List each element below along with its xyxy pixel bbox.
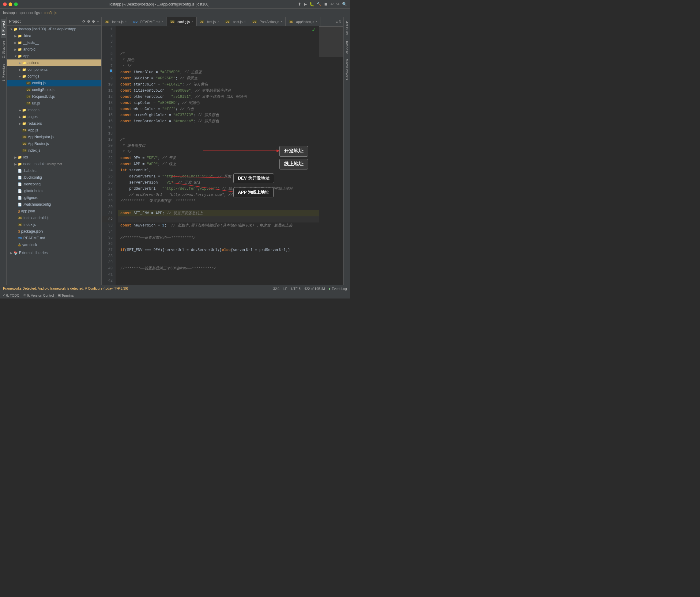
code-line-33: const newVersion = 1; // 新版本,用于控制清除缓存(从本… — [118, 222, 319, 229]
tab-close-icon[interactable]: × — [162, 20, 164, 23]
stop-button[interactable]: ⏹ — [324, 2, 328, 6]
tab-ant-build[interactable]: Ant Build — [344, 19, 350, 37]
tree-yarnlock[interactable]: 🔒 yarn.lock — [7, 241, 101, 248]
tree-flowconfig[interactable]: 📄 .flowconfig — [7, 181, 101, 188]
tab-close-icon[interactable]: × — [191, 20, 193, 23]
tab-project[interactable]: 1: Project — [1, 19, 6, 38]
sync-icon[interactable]: ⟳ — [82, 19, 85, 24]
close-button[interactable] — [3, 2, 7, 6]
bottom-todo[interactable]: ✓ 6: TODO — [2, 293, 20, 297]
tree-ios[interactable]: ▶ 📁 ios — [7, 154, 101, 161]
tab-favorites[interactable]: 2: Favorites — [1, 61, 6, 83]
breadcrumb-app-folder[interactable]: app — [19, 11, 25, 15]
tree-components[interactable]: ▶ 📁 components — [7, 66, 101, 73]
tree-configstore[interactable]: JS configStore.js — [7, 87, 101, 93]
tree-idea[interactable]: ▶ 📁 .idea — [7, 32, 101, 39]
code-line: /* — [118, 51, 319, 57]
build-button[interactable]: 🔨 — [317, 2, 322, 6]
bottom-vcs[interactable]: ⑨ 9: Version Control — [23, 293, 54, 297]
tab-close-icon[interactable]: × — [244, 20, 246, 23]
maximize-button[interactable] — [14, 2, 18, 6]
tree-android[interactable]: ▶ 📁 android — [7, 46, 101, 53]
redo-button[interactable]: ↪ — [336, 2, 340, 6]
tab-close-icon[interactable]: × — [280, 20, 282, 23]
tab-indexjs[interactable]: JS index.js × — [102, 17, 130, 26]
tree-images[interactable]: ▶ 📁 images — [7, 106, 101, 113]
code-container[interactable]: 1 2 3 4 5 6 7 8 9 10 11 12 13 14 15 16 1… — [102, 26, 343, 285]
tab-configjs[interactable]: JS config.js × — [167, 17, 196, 26]
tree-gitattributes[interactable]: 📄 .gitattributes — [7, 188, 101, 194]
tree-configjs[interactable]: JS config.js — [7, 80, 101, 87]
minimize-button[interactable] — [8, 2, 12, 6]
tree-reducers[interactable]: ▶ 📁 reducers — [7, 120, 101, 127]
tab-close-icon[interactable]: × — [217, 20, 219, 23]
tab-close-icon[interactable]: × — [125, 20, 127, 23]
tree-gitignore[interactable]: 📄 .gitignore — [7, 194, 101, 201]
gear-icon[interactable]: ⚙ — [92, 19, 95, 24]
code-line-15: const arrowRightColor = "#737373"; // 箭头… — [118, 112, 319, 118]
code-editor[interactable]: /* * 颜色 * */ const themeBlue = "#3F96D9"… — [116, 26, 319, 285]
tab-maven[interactable]: Maven Projects — [344, 56, 349, 82]
tree-pages[interactable]: ▶ 📁 pages — [7, 113, 101, 120]
tree-babelrc[interactable]: 📄 .babelrc — [7, 167, 101, 174]
event-log[interactable]: ● Event Log — [329, 287, 347, 290]
tree-indexjs-root[interactable]: JS index.js — [7, 221, 101, 228]
tree-readme[interactable]: MD README.md — [7, 235, 101, 241]
tab-readme[interactable]: MD README.md × — [130, 17, 167, 26]
line-num: 27 — [102, 186, 113, 192]
tree-pages-label: pages — [28, 115, 38, 119]
tab-postjs-label: post.js — [233, 20, 243, 24]
tree-indexandroid[interactable]: JS index.android.js — [7, 215, 101, 221]
bottom-terminal[interactable]: ▣ Terminal — [57, 293, 74, 297]
tree-approuter[interactable]: JS AppRouter.js — [7, 140, 101, 147]
search-button[interactable]: 🔍 — [342, 2, 347, 6]
arrow-icon: ▼ — [14, 54, 18, 58]
tree-indexjs-app[interactable]: JS index.js — [7, 147, 101, 154]
tree-packagejson[interactable]: {} package.json — [7, 228, 101, 235]
tree-appjson-label: app.json — [21, 209, 35, 213]
tree-appnavigator[interactable]: JS AppNavigator.js — [7, 134, 101, 140]
line-num: 16 — [102, 118, 113, 124]
tab-database[interactable]: Database — [344, 37, 350, 56]
tree-root[interactable]: ▼ 📁 lostapp [lost100] ~/Desktop/lostapp — [7, 26, 101, 32]
file-icon: 📄 — [18, 169, 22, 173]
tab-close-icon[interactable]: × — [316, 20, 318, 23]
tab-postaction[interactable]: JS PostAction.js × — [249, 17, 286, 26]
tree-node-modules[interactable]: ▶ 📁 node_modules library root — [7, 161, 101, 167]
debug-button[interactable]: 🐛 — [309, 2, 314, 6]
frameworks-warning[interactable]: Frameworks Detected: Android framework i… — [3, 286, 128, 291]
tree-appjs[interactable]: JS App.js — [7, 127, 101, 134]
tree-actions[interactable]: ▶ 📁 actions — [7, 59, 101, 66]
undo-button[interactable]: ↩ — [330, 2, 334, 6]
tree-watchmanconfig[interactable]: 📄 .watchmanconfig — [7, 201, 101, 208]
lock-file-icon: 🔒 — [18, 243, 21, 246]
js-icon: JS — [289, 20, 293, 23]
expand-icon[interactable]: + — [97, 19, 99, 24]
tree-configs[interactable]: ▼ 📁 configs — [7, 73, 101, 80]
tab-list-icon[interactable]: ≡ 3 — [335, 20, 341, 24]
tab-testjs[interactable]: JS test.js × — [197, 17, 223, 26]
tree-app[interactable]: ▼ 📁 app — [7, 53, 101, 59]
tree-urljs[interactable]: JS url.js — [7, 100, 101, 106]
code-line-13: const sipColor = "#EDEDED"; // 间隔色 — [118, 100, 319, 106]
tree-buckconfig[interactable]: 📄 .buckconfig — [7, 174, 101, 181]
vcs-icon[interactable]: ⬆ — [298, 2, 301, 6]
code-line — [118, 204, 319, 210]
tree-requestutil[interactable]: JS RequestUtil.js — [7, 93, 101, 100]
breadcrumb-configs[interactable]: configs — [28, 11, 40, 15]
tree-appjson[interactable]: {} app.json — [7, 208, 101, 215]
file-icon: 📄 — [18, 182, 22, 186]
line-num: 14 — [102, 106, 113, 112]
js-file-icon: JS — [22, 136, 27, 139]
tab-appindexjs[interactable]: JS app/index.js × — [286, 17, 321, 26]
breadcrumb-app[interactable]: lostapp — [3, 11, 15, 15]
run-button[interactable]: ▶ — [304, 2, 307, 6]
tab-postjs[interactable]: JS post.js × — [222, 17, 249, 26]
breadcrumb-configjs[interactable]: config.js — [44, 11, 57, 15]
code-line-40: //*******——设置某些第三个SDK的key——**********/ — [118, 265, 319, 271]
tree-external-libs[interactable]: ▶ 📚 External Libraries — [7, 249, 101, 256]
line-num: 35 — [102, 235, 113, 241]
tree-tests[interactable]: ▶ 📁 __tests__ — [7, 39, 101, 46]
tab-structure[interactable]: 2: Structure — [1, 38, 6, 61]
settings-icon[interactable]: ⚙ — [87, 19, 90, 24]
